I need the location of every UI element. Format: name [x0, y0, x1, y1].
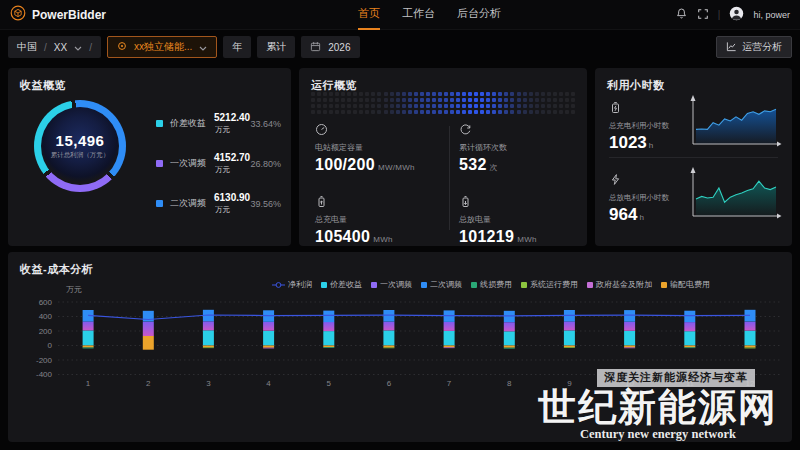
utilization-label: 总放电利用小时数	[609, 193, 669, 203]
legend-label: 线损费用	[480, 279, 512, 290]
chart-legend-item[interactable]: 一次调频	[371, 279, 412, 290]
chart-legend-item[interactable]: 线损费用	[471, 279, 512, 290]
chart-legend-item[interactable]: 系统运行费用	[521, 279, 578, 290]
total-profit-value: 15,496	[56, 132, 105, 149]
brand[interactable]: PowerBidder	[10, 5, 106, 24]
gauge-icon	[315, 122, 328, 139]
revenue-legend-item: 一次调频4152.70万元26.80%	[156, 152, 281, 175]
watermark-subtitle: Century new energy network	[524, 427, 792, 442]
legend-label: 政府基金及附加	[596, 279, 652, 290]
station-icon	[117, 41, 127, 53]
nav-item-3[interactable]: 后台分析	[457, 0, 501, 30]
nav-right: | hi, power	[675, 6, 790, 23]
svg-text:-400: -400	[36, 370, 53, 379]
calendar-icon	[310, 41, 321, 54]
svg-text:5: 5	[327, 379, 332, 388]
legend-label: 二次调频	[170, 197, 214, 210]
donut-center: 15,496 累计总利润（万元）	[41, 107, 119, 185]
y-axis-unit-label: 万元	[66, 284, 82, 295]
card-title: 利用小时数	[607, 78, 665, 93]
card-title: 收益概览	[20, 78, 66, 93]
metric-label: 总充电量	[315, 214, 459, 225]
utilization-value: 1023h	[609, 133, 669, 153]
svg-text:200: 200	[39, 327, 53, 336]
metric-label: 电站额定容量	[315, 142, 459, 153]
operation-overview-card: 运行概览 电站额定容量100/200MW/MWh累计循环次数532次总充电量10…	[299, 68, 587, 246]
svg-text:0: 0	[48, 341, 53, 350]
legend-value: 6130.90万元	[214, 192, 250, 215]
legend-label: 价差收益	[170, 117, 214, 130]
svg-text:3: 3	[206, 379, 211, 388]
lightning-icon	[609, 172, 622, 189]
card-title: 运行概览	[311, 78, 357, 93]
chart-legend-item[interactable]: 输配电费用	[661, 279, 710, 290]
horizontal-divider	[609, 157, 778, 158]
avatar[interactable]	[729, 6, 744, 23]
year-picker-value: 2026	[328, 42, 350, 53]
operation-metric: 电站额定容量100/200MW/MWh	[315, 122, 459, 174]
legend-label: 一次调频	[380, 279, 412, 290]
legend-swatch	[421, 282, 427, 288]
legend-percent: 26.80%	[250, 159, 281, 169]
bell-icon[interactable]	[675, 7, 688, 22]
legend-label: 价差收益	[330, 279, 362, 290]
chevron-down-icon	[199, 42, 207, 53]
legend-swatch	[156, 200, 163, 207]
aggregate-button[interactable]: 累计	[257, 36, 295, 58]
nav-separator: |	[718, 9, 721, 20]
cycle-icon	[459, 122, 472, 139]
fullscreen-icon[interactable]	[697, 8, 709, 22]
svg-text:4: 4	[266, 379, 271, 388]
legend-swatch	[371, 282, 377, 288]
line-marker	[272, 281, 285, 289]
metric-label: 累计循环次数	[459, 142, 579, 153]
chart-legend-item[interactable]: 价差收益	[321, 279, 362, 290]
svg-text:7: 7	[447, 379, 452, 388]
utilization-hours-card: 利用小时数 总充电利用小时数1023h总放电利用小时数964h	[595, 68, 792, 246]
metric-value: 100/200MW/MWh	[315, 156, 459, 174]
operation-metric: 总充电量105400MWh	[315, 194, 459, 246]
legend-swatch	[156, 120, 163, 127]
station-select[interactable]: xx独立储能...	[107, 36, 217, 58]
nav-menu: 首页工作台后台分析	[358, 0, 501, 30]
profit-donut-chart: 15,496 累计总利润（万元）	[34, 100, 126, 192]
nav-item-1[interactable]: 首页	[358, 0, 380, 30]
filter-bar: 中国 / XX / xx独立储能... 年 累计 2026	[8, 36, 792, 58]
vertical-divider	[449, 126, 450, 230]
legend-value: 4152.70万元	[214, 152, 250, 175]
nav-item-2[interactable]: 工作台	[402, 0, 435, 30]
legend-swatch	[471, 282, 477, 288]
total-profit-label: 累计总利润（万元）	[51, 151, 110, 160]
brand-name: PowerBidder	[32, 8, 106, 22]
chart-legend-item[interactable]: 政府基金及附加	[587, 279, 652, 290]
location-separator-2: /	[89, 42, 92, 53]
chevron-down-icon	[74, 42, 82, 53]
chart-legend: 净利润价差收益一次调频二次调频线损费用系统运行费用政府基金及附加输配电费用	[272, 279, 710, 290]
user-greeting[interactable]: hi, power	[753, 10, 790, 20]
legend-value: 5212.40万元	[214, 112, 250, 135]
legend-swatch	[587, 282, 593, 288]
operation-metrics: 电站额定容量100/200MW/MWh累计循环次数532次总充电量105400M…	[315, 122, 579, 246]
ops-analysis-button[interactable]: 运营分析	[716, 36, 792, 58]
location-select[interactable]: 中国 / XX /	[8, 36, 101, 58]
utilization-item: 总充电利用小时数1023h	[607, 92, 782, 158]
utilization-label: 总充电利用小时数	[609, 121, 669, 131]
legend-swatch	[156, 160, 163, 167]
revenue-legend-item: 价差收益5212.40万元33.64%	[156, 112, 281, 135]
svg-text:400: 400	[39, 312, 53, 321]
station-select-value: xx独立储能...	[134, 40, 192, 54]
chart-legend-item[interactable]: 净利润	[272, 279, 312, 290]
svg-text:2: 2	[146, 379, 151, 388]
utilization-sparkline	[686, 92, 782, 150]
chart-icon	[726, 41, 737, 54]
dashboard: PowerBidder 首页工作台后台分析 |	[0, 0, 800, 450]
legend-label: 一次调频	[170, 157, 214, 170]
card-title: 收益-成本分析	[20, 262, 93, 277]
legend-swatch	[661, 282, 667, 288]
operation-metric: 总放电量101219MWh	[459, 194, 579, 246]
year-picker[interactable]: 2026	[301, 36, 359, 58]
location-country: 中国	[17, 40, 37, 54]
utilization-info: 总充电利用小时数1023h	[609, 100, 669, 153]
chart-legend-item[interactable]: 二次调频	[421, 279, 462, 290]
granularity-button[interactable]: 年	[223, 36, 251, 58]
